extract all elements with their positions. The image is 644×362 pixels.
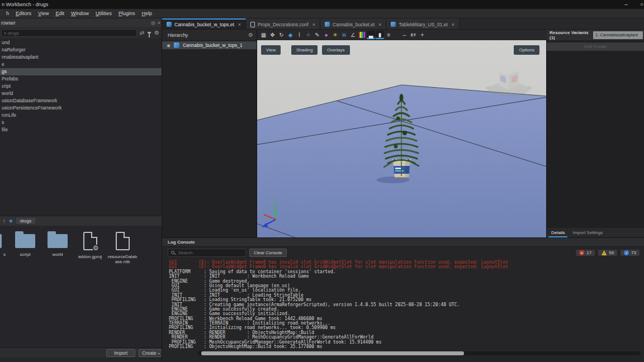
file-item[interactable]: resourceDatabase.rdb xyxy=(106,230,139,264)
menu-item[interactable]: Editors xyxy=(12,9,35,18)
details-tab[interactable]: Details xyxy=(548,229,567,237)
variant-dropdown[interactable]: 1. Cannabissativaplant xyxy=(593,31,643,39)
resource-variants-header: Resource Variants (1) 1. Cannabissativap… xyxy=(547,30,644,40)
resource-search-input[interactable] xyxy=(1,29,137,37)
file-item[interactable]: addon.gproj xyxy=(74,230,106,259)
tree-item[interactable]: naReforger xyxy=(0,46,162,54)
pen-icon[interactable]: ✎ xyxy=(313,31,321,39)
menu-item[interactable]: Help xyxy=(139,9,156,18)
swap-arrows-icon[interactable]: ⇄ xyxy=(140,30,144,36)
close-icon[interactable]: × xyxy=(238,22,241,27)
menu-item[interactable]: Plugins xyxy=(115,9,139,18)
resource-browser-title: rowser xyxy=(1,20,16,26)
close-icon[interactable]: × xyxy=(378,22,381,27)
entity-cube-icon[interactable]: ◆ xyxy=(286,31,295,39)
gear-icon[interactable]: ⚙ xyxy=(154,30,159,36)
edit-prefab-button[interactable]: Edit Prefab xyxy=(547,42,644,51)
undock-icon[interactable]: ◎ xyxy=(151,20,155,26)
translate-icon[interactable]: ✥ xyxy=(268,31,277,39)
color-bars-icon[interactable] xyxy=(358,31,366,39)
snap-icon[interactable]: ✳ xyxy=(304,31,312,39)
text-cursor-icon[interactable]: I xyxy=(295,31,304,39)
entity-cube-icon xyxy=(174,42,179,48)
details-tab[interactable]: Import Settings xyxy=(570,229,605,237)
file-item[interactable]: s xyxy=(0,230,9,257)
tree-item[interactable]: usionPersistenceFramework xyxy=(0,104,162,112)
editor-tab[interactable]: Cannabis_bucket.et × xyxy=(320,18,386,29)
hierarchy-panel: ◉ Cannabis_bucket_w_tops_1 xyxy=(162,40,257,237)
close-icon[interactable]: × xyxy=(158,20,160,26)
counter-icon xyxy=(579,250,584,255)
list-icon[interactable]: ≡ xyxy=(385,31,393,39)
warning-counter[interactable]: 59 xyxy=(598,250,617,256)
conf-file-icon xyxy=(250,22,255,27)
file-item[interactable]: world xyxy=(41,230,74,257)
log-search-input[interactable] xyxy=(168,250,245,255)
tree-item[interactable]: usionDatabaseFramework xyxy=(0,97,162,104)
clear-console-button[interactable]: Clear Console xyxy=(249,249,287,257)
eye-icon[interactable]: ◉ xyxy=(167,43,171,48)
cursor-overlay-icon[interactable]: ▮ xyxy=(376,31,384,39)
tree-item[interactable]: gs xyxy=(0,68,162,75)
scrollbar-thumb[interactable] xyxy=(201,351,464,355)
menu-item[interactable]: View xyxy=(35,9,52,18)
restore-button[interactable]: ○ xyxy=(634,0,644,9)
tree-item[interactable]: world xyxy=(0,90,162,97)
tree-item[interactable]: cript xyxy=(0,83,162,90)
tree-item[interactable]: e xyxy=(0,61,162,68)
close-icon[interactable]: × xyxy=(312,22,315,27)
menu-item[interactable]: Edit xyxy=(52,9,68,18)
menu-item[interactable]: h xyxy=(3,9,12,18)
zoom-in-icon[interactable]: + xyxy=(418,31,427,39)
menu-item[interactable]: Window xyxy=(68,9,92,18)
grid-icon[interactable]: ▦ xyxy=(259,31,268,39)
view-button[interactable]: View xyxy=(261,45,281,55)
tree-item[interactable]: s xyxy=(0,119,162,126)
light-icon[interactable]: ☀ xyxy=(331,31,339,39)
options-button[interactable]: Options xyxy=(514,45,539,55)
log-search xyxy=(168,249,246,257)
hierarchy-item[interactable]: ◉ Cannabis_bucket_w_tops_1 xyxy=(162,41,257,49)
hierarchy-header: Hierarchy ⚙ xyxy=(162,30,257,40)
tree-item[interactable]: Prefabs xyxy=(0,75,162,83)
overlays-button[interactable]: Overlays xyxy=(322,45,350,55)
tree-item[interactable]: und xyxy=(0,39,162,46)
resource-browser-header: rowser ◎ × xyxy=(0,18,162,27)
id-overlay-icon[interactable]: 11 xyxy=(340,31,348,39)
tree-item[interactable]: file xyxy=(0,126,162,134)
viewport-canvas[interactable]: Y View Shading Overlays Options xyxy=(257,40,547,237)
physics-sphere-icon[interactable]: ● xyxy=(322,31,330,39)
log-console-panel: Log Console Clear Console 17 59 xyxy=(162,237,644,362)
workbench-window: n Workbench - drugs – ○ h Editors View E… xyxy=(0,0,644,362)
angle-icon[interactable]: ∠ xyxy=(349,31,357,39)
entity-cube-icon xyxy=(391,22,396,27)
create-button[interactable]: Create▾ xyxy=(139,349,162,357)
rotate-icon[interactable]: ↻ xyxy=(277,31,286,39)
file-item[interactable]: script xyxy=(9,230,41,257)
filter-icon[interactable] xyxy=(147,32,151,35)
info-counter[interactable]: 73 xyxy=(621,250,640,256)
file-icon xyxy=(116,232,130,250)
minimize-button[interactable]: – xyxy=(618,0,634,9)
axis-y-label: Y xyxy=(273,199,277,205)
title-bar: n Workbench - drugs – ○ xyxy=(0,0,644,9)
import-button[interactable]: Import xyxy=(106,349,135,357)
gear-icon[interactable]: ⚙ xyxy=(248,32,257,38)
horizontal-scrollbar[interactable] xyxy=(198,351,641,355)
tree-item[interactable]: nnabissativaplant xyxy=(0,54,162,61)
editor-tab[interactable]: Cannabis_bucket_w_tops.et × xyxy=(162,18,246,29)
up-arrow-icon[interactable]: ↑ xyxy=(3,218,6,224)
menu-item[interactable]: Utilities xyxy=(92,9,115,18)
resource-search-row: ⇄ ⚙ xyxy=(0,27,162,39)
exposure-icon[interactable]: EY xyxy=(409,31,418,39)
error-counter[interactable]: 17 xyxy=(576,250,595,256)
water-overlay-icon[interactable]: ▃ xyxy=(367,31,375,39)
editor-tab[interactable]: TableMilitary_US_01.et × xyxy=(386,18,460,29)
zoom-out-icon[interactable]: – xyxy=(400,31,409,39)
shading-button[interactable]: Shading xyxy=(291,45,318,55)
favorite-star-icon[interactable]: ★ xyxy=(8,218,13,224)
editor-tab[interactable]: Props_Decorations.conf × xyxy=(246,18,320,29)
tree-item[interactable]: ronLife xyxy=(0,112,162,119)
breadcrumb-chip[interactable]: drugs xyxy=(16,218,35,224)
close-icon[interactable]: × xyxy=(452,22,454,27)
